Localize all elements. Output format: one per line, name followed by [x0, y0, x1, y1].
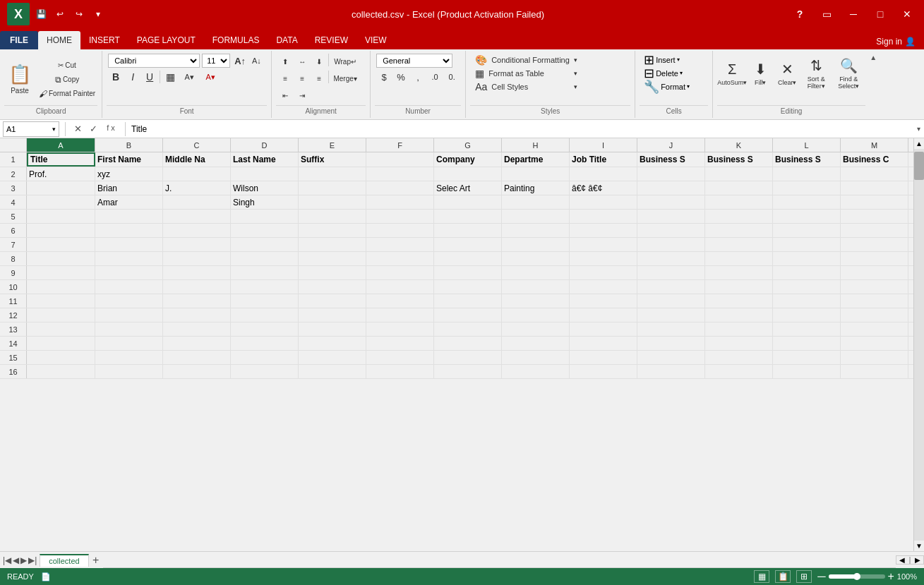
grid-cell[interactable] [841, 195, 908, 209]
grid-cell[interactable] [502, 252, 570, 265]
grid-cell[interactable]: Job Title [570, 152, 637, 167]
grid-cell[interactable] [95, 280, 163, 294]
grid-cell[interactable] [27, 252, 95, 265]
sort-filter-button[interactable]: ⇅ Sort &Filter▾ [802, 54, 830, 93]
grid-cell[interactable] [366, 266, 434, 279]
page-layout-view-button[interactable]: 📋 [775, 570, 791, 583]
grid-cell[interactable] [163, 351, 231, 364]
grid-cell[interactable]: Business C [841, 152, 908, 167]
grid-cell[interactable] [27, 365, 95, 378]
format-painter-button[interactable]: 🖌 Format Painter [37, 88, 97, 100]
grid-cell[interactable]: Business S [773, 152, 841, 167]
cancel-formula-button[interactable]: ✕ [71, 123, 84, 134]
grid-cell[interactable] [502, 365, 570, 378]
italic-button[interactable]: I [125, 69, 140, 85]
conditional-formatting-button[interactable]: 🎨 Conditional Formatting ▾ [472, 54, 581, 66]
grid-cell[interactable] [299, 308, 366, 322]
fill-button[interactable]: ⬇ Fill▾ [748, 54, 772, 93]
grid-cell[interactable] [231, 308, 299, 322]
grid-cell[interactable] [27, 280, 95, 294]
row-number[interactable]: 12 [0, 308, 27, 322]
grid-cell[interactable] [163, 210, 231, 223]
grid-cell[interactable] [299, 280, 366, 294]
format-cells-button[interactable]: 🔧 Format ▾ [641, 80, 692, 92]
grid-cell[interactable] [366, 181, 434, 195]
grid-cell[interactable] [637, 181, 705, 195]
grid-cell[interactable]: Company [434, 152, 502, 167]
sheet-tab-collected[interactable]: collected [40, 554, 88, 567]
minimize-button[interactable]: ─ [844, 4, 863, 24]
help-button[interactable]: ? [790, 4, 810, 24]
grid-cell[interactable] [434, 351, 502, 364]
grid-cell[interactable] [434, 322, 502, 336]
grid-cell[interactable] [773, 337, 841, 350]
grid-cell[interactable] [231, 280, 299, 294]
grid-cell[interactable] [637, 294, 705, 308]
v-scroll-up-btn[interactable]: ▲ [914, 138, 924, 149]
col-header-f[interactable]: F [366, 138, 434, 152]
grid-cell[interactable] [637, 210, 705, 223]
grid-cell[interactable] [434, 365, 502, 378]
grid-cell[interactable] [366, 294, 434, 308]
grid-cell[interactable] [841, 252, 908, 265]
tab-view[interactable]: VIEW [356, 31, 395, 49]
number-format-select[interactable]: General [376, 54, 452, 68]
cell-reference-box[interactable]: A1 ▾ [3, 121, 59, 137]
col-header-c[interactable]: C [163, 138, 231, 152]
grid-cell[interactable] [570, 337, 637, 350]
grid-cell[interactable] [95, 322, 163, 336]
grid-cell[interactable] [502, 266, 570, 279]
font-color-button[interactable]: A▾ [200, 69, 220, 85]
grid-cell[interactable] [773, 351, 841, 364]
paste-button[interactable]: 📋 Paste [4, 59, 35, 99]
grid-cell[interactable] [637, 351, 705, 364]
grid-cell[interactable] [299, 351, 366, 364]
grid-cell[interactable] [95, 365, 163, 378]
find-select-button[interactable]: 🔍 Find &Select▾ [833, 54, 864, 93]
ribbon-display-button[interactable]: ▭ [817, 4, 836, 24]
grid-cell[interactable] [231, 238, 299, 251]
redo-qat-button[interactable]: ↪ [71, 6, 87, 22]
grid-cell[interactable] [434, 308, 502, 322]
underline-button[interactable]: U [142, 69, 157, 85]
row-number[interactable]: 7 [0, 238, 27, 251]
tab-page-layout[interactable]: PAGE LAYOUT [128, 31, 204, 49]
insert-cells-button[interactable]: ⊞ Insert ▾ [641, 54, 692, 66]
grid-cell[interactable] [366, 224, 434, 237]
grid-cell[interactable]: J. [163, 181, 231, 195]
next-sheet-button[interactable]: ▶ [20, 555, 27, 565]
grid-cell[interactable]: Middle Na [163, 152, 231, 167]
grid-cell[interactable] [163, 308, 231, 322]
grid-cell[interactable] [570, 210, 637, 223]
grid-cell[interactable] [299, 181, 366, 195]
fill-color-button[interactable]: A▾ [179, 69, 199, 85]
grid-cell[interactable] [163, 224, 231, 237]
grid-cell[interactable] [637, 365, 705, 378]
grid-cell[interactable] [95, 266, 163, 279]
grid-cell[interactable] [231, 337, 299, 350]
grid-cell[interactable] [502, 280, 570, 294]
grid-cell[interactable] [502, 167, 570, 181]
grid-cell[interactable] [434, 280, 502, 294]
formula-input[interactable] [128, 124, 913, 134]
decrease-indent-button[interactable]: ⇤ [277, 88, 293, 103]
grid-cell[interactable] [27, 322, 95, 336]
grid-cell[interactable] [705, 308, 773, 322]
grid-cell[interactable] [841, 280, 908, 294]
row-number[interactable]: 14 [0, 337, 27, 350]
grid-cell[interactable]: Brian [95, 181, 163, 195]
col-header-i[interactable]: I [570, 138, 637, 152]
grid-cell[interactable] [570, 238, 637, 251]
grid-cell[interactable] [231, 210, 299, 223]
grid-cell[interactable] [773, 224, 841, 237]
grid-cell[interactable] [299, 337, 366, 350]
grid-cell[interactable] [231, 266, 299, 279]
col-header-g[interactable]: G [434, 138, 502, 152]
signin-button[interactable]: Sign in 👤 [868, 37, 924, 49]
copy-button[interactable]: ⧉ Copy [37, 73, 97, 86]
grid-cell[interactable] [502, 351, 570, 364]
grid-cell[interactable] [366, 252, 434, 265]
grid-cell[interactable] [705, 252, 773, 265]
prev-sheet-button[interactable]: ◀ [13, 555, 19, 565]
grid-cell[interactable] [299, 167, 366, 181]
